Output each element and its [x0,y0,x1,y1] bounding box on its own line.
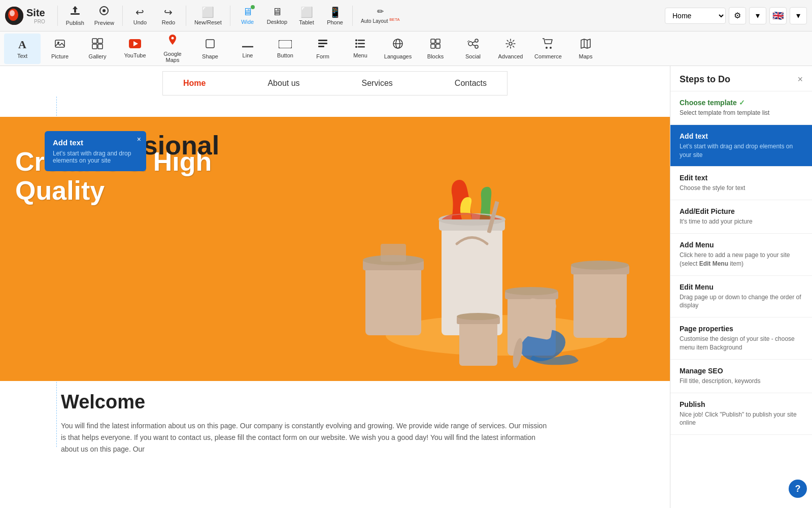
social-icon [466,38,480,52]
auto-layout-button[interactable]: ✏ Auto Layout BETA [357,3,403,29]
welcome-title: Welcome [61,391,548,413]
nav-about[interactable]: About us [267,79,299,88]
step-edit-menu[interactable]: Edit Menu Drag page up or down to change… [670,276,812,318]
tooltip-title: Add text [53,138,138,147]
tool-maps2-label: Maps [579,53,593,59]
step-add-text[interactable]: Add text Let's start with drag and drop … [670,125,812,167]
settings-button[interactable]: ⚙ [729,7,746,24]
step-edit-text-name: Edit text [680,174,803,182]
svg-rect-52 [573,269,627,338]
flag-dropdown-button[interactable]: ▾ [790,7,807,24]
gallery-icon [92,38,103,52]
svg-rect-27 [358,46,365,48]
svg-line-40 [472,45,475,46]
nav-home[interactable]: Home [183,79,206,88]
second-toolbar: A Text Picture Gallery [0,31,812,66]
tool-picture[interactable]: Picture [42,34,78,64]
undo-button[interactable]: ↩ Undo [127,3,153,29]
step-add-menu[interactable]: Add Menu Click here to add a new page to… [670,234,812,276]
picture-icon [54,38,65,52]
separator [230,6,230,26]
separator [352,6,353,26]
help-button[interactable]: ? [789,480,807,498]
wide-icon: 🖥 [243,6,253,18]
publish-button[interactable]: Publish [62,3,88,29]
desktop-button[interactable]: 🖥 Desktop [263,3,291,29]
site-navigation: Home About us Services Contacts [0,66,670,96]
flag-button[interactable]: 🇬🇧 [769,7,787,24]
svg-point-42 [546,47,548,49]
svg-rect-3 [71,13,80,15]
commerce-icon [542,38,554,52]
tooltip-close-button[interactable]: × [137,135,141,143]
new-reset-label: New/Reset [194,19,222,25]
undo-label: Undo [133,19,147,25]
welcome-section: Welcome You will find the latest informa… [61,391,548,455]
tool-text[interactable]: A Text [4,34,41,64]
nav-contacts[interactable]: Contacts [455,79,487,88]
step-choose-template[interactable]: Choose template ✓ Select template from t… [670,91,812,125]
svg-marker-5 [73,6,78,9]
step-edit-text[interactable]: Edit text Choose the style for text [670,167,812,200]
settings-dropdown-button[interactable]: ▾ [749,7,766,24]
line-icon [242,39,253,51]
tool-button[interactable]: Button [267,34,303,64]
tablet-icon: ⬜ [300,6,313,18]
tool-form[interactable]: Form [304,34,341,64]
svg-rect-13 [98,44,103,49]
svg-rect-8 [55,40,64,47]
step-add-picture[interactable]: Add/Edit Picture It's time to add your p… [670,200,812,234]
tool-shape[interactable]: Shape [192,34,228,64]
tool-languages[interactable]: Languages [380,34,416,64]
svg-rect-51 [381,244,406,262]
tablet-button[interactable]: ⬜ Tablet [293,3,320,29]
languages-icon [392,38,403,52]
svg-rect-25 [358,43,365,44]
wide-button[interactable]: 🖥 Wide [234,3,261,29]
step-manage-seo[interactable]: Manage SEO Fill title, description, keyw… [670,360,812,393]
preview-button[interactable]: Preview [90,3,118,29]
svg-rect-20 [318,40,327,41]
redo-icon: ↪ [164,6,173,18]
logo-name: Site [26,7,45,18]
svg-point-36 [468,42,472,46]
steps-close-button[interactable]: × [797,74,803,85]
svg-point-37 [475,39,478,42]
tool-blocks[interactable]: Blocks [417,34,454,64]
logo-pro: PRO [26,19,45,24]
svg-rect-48 [365,264,421,335]
tool-advanced[interactable]: Advanced [492,34,529,64]
canvas: Professional Home About us Services Cont… [0,66,670,508]
flag-icon: 🇬🇧 [772,10,784,21]
tool-gallery[interactable]: Gallery [79,34,116,64]
tool-advanced-label: Advanced [498,53,523,59]
svg-rect-23 [358,40,365,41]
tool-youtube[interactable]: YouTube [117,34,153,64]
svg-rect-17 [206,40,214,48]
logo-icon [5,7,23,25]
svg-rect-62 [459,320,497,366]
tool-social[interactable]: Social [455,34,491,64]
tool-commerce[interactable]: Commerce [530,34,566,64]
new-reset-button[interactable]: ⬜ New/Reset [190,3,226,29]
website-preview: Professional Home About us Services Cont… [0,66,670,508]
svg-point-54 [571,261,629,270]
step-page-properties-name: Page properties [680,325,803,333]
phone-button[interactable]: 📱 Phone [322,3,348,29]
tool-line[interactable]: Line [229,34,266,64]
tool-maps2[interactable]: Maps [567,34,604,64]
tool-menu-label: Menu [353,52,367,58]
nav-services[interactable]: Services [362,79,393,88]
welcome-body: You will find the latest information abo… [61,420,548,455]
tool-maps[interactable]: Google Maps [154,34,191,64]
tool-menu[interactable]: Menu [342,34,379,64]
redo-button[interactable]: ↪ Redo [155,3,182,29]
step-add-menu-name: Add Menu [680,241,803,249]
svg-point-57 [505,287,558,295]
svg-rect-69 [493,190,503,202]
svg-rect-21 [318,43,327,44]
step-page-properties[interactable]: Page properties Customise the design of … [670,318,812,360]
preview-label: Preview [94,20,114,26]
step-publish[interactable]: Publish Nice job! Click "Publish" to pub… [670,393,812,435]
page-dropdown[interactable]: Home [665,8,726,24]
